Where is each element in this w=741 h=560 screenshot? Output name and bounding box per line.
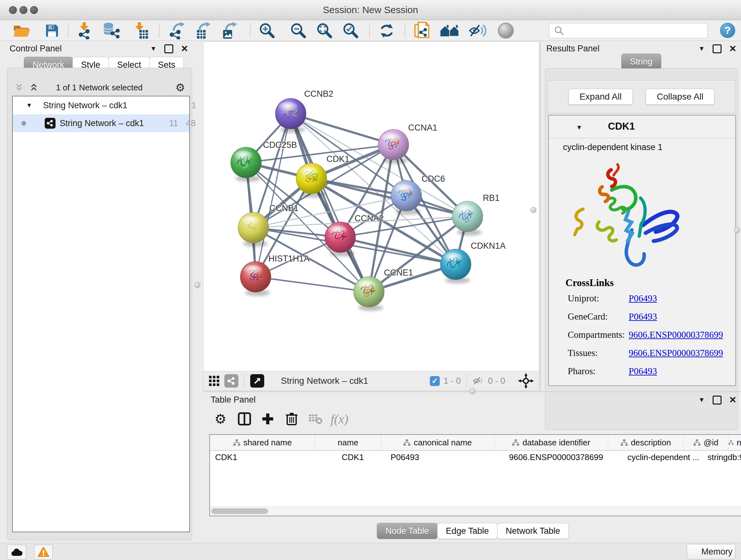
zoom-fit-button[interactable] [315,22,334,39]
node-ccne1[interactable]: CCNE1 [354,268,413,311]
panel-close-icon[interactable]: ✕ [729,44,737,54]
refresh-view-button[interactable] [378,22,396,39]
table-tab-node-table[interactable]: Node Table [377,523,437,539]
network-options-gear-icon[interactable]: ⚙ [176,82,185,93]
table-options-gear-icon[interactable]: ⚙ [214,411,226,427]
crosslink-link[interactable]: P06493 [629,366,657,376]
show-columns-icon[interactable] [238,411,252,427]
tab-string[interactable]: String [621,54,661,70]
column-header-shared-name[interactable]: shared name [210,435,315,450]
toolbar-separator [68,23,69,37]
panel-menu-icon[interactable]: ▼ [698,45,705,52]
table-cell[interactable]: CDK1 [320,451,386,463]
string-tab-label[interactable]: String [621,54,661,70]
help-button[interactable]: ? [720,23,735,38]
toolbar-separator [369,23,370,37]
create-column-icon[interactable] [261,411,274,427]
panel-float-icon[interactable] [713,44,722,53]
edge-ccnb2-hist1h1a[interactable] [256,114,291,277]
panel-float-icon[interactable] [713,395,722,405]
column-header--id[interactable]: @id [684,435,729,450]
column-header-canonical-name[interactable]: canonical name [381,435,495,450]
search-box[interactable] [549,23,708,38]
panel-menu-icon[interactable]: ▼ [698,396,705,403]
network-row-selected[interactable]: String Network – cdk1 11 48 [13,114,189,132]
search-input[interactable] [567,24,708,37]
network-graph[interactable]: CCNB2CCNA1CDC25BCDK1CDC6RB1CCNB1CCNA2CDK… [203,42,539,371]
table-tab-network-table[interactable]: Network Table [497,523,569,539]
edge-hist1h1a-ccne1[interactable] [256,277,369,292]
bottom-splitter-handle[interactable] [469,388,475,394]
tree-expand-icon[interactable]: ▼ [26,102,32,109]
zoom-selected-button[interactable] [341,22,360,39]
column-header-namespace[interactable]: namespace [729,435,741,450]
left-splitter-handle[interactable] [194,282,200,288]
table-row[interactable]: CDK1CDK1P064939606.ENSP00000378699cyclin… [210,451,741,463]
edge-ccnb2-ccna1[interactable] [291,114,394,145]
table-cell[interactable]: stringdb:9... [702,451,741,463]
grid-view-icon[interactable] [207,374,221,388]
inactive-eye-button[interactable] [496,22,515,39]
edge-ccnb2-ccne1[interactable] [291,114,369,292]
vertical-splitter[interactable] [540,42,541,391]
import-database-button[interactable] [100,22,121,39]
network-view-icon[interactable] [224,374,239,388]
export-image-button[interactable] [220,22,240,39]
panel-menu-icon[interactable]: ▼ [150,45,157,52]
function-builder-icon[interactable]: f(x) [331,411,348,427]
node-rb1[interactable]: RB1 [452,193,500,236]
control-panel-header: Control Panel ▼ ✕ [10,44,188,54]
table-cell[interactable]: P06493 [386,451,504,463]
warnings-button[interactable] [34,545,53,559]
home-button[interactable] [439,22,461,39]
right-splitter-handle[interactable] [530,207,536,213]
table-tab-edge-table[interactable]: Edge Table [437,523,497,539]
edge-splitter-handle[interactable] [734,227,740,233]
column-header-database-identifier[interactable]: database identifier [495,435,608,450]
import-network-button[interactable] [76,22,95,39]
column-type-icon [403,439,410,446]
open-in-new-window-icon[interactable] [250,374,264,388]
network-canvas[interactable]: CCNB2CCNA1CDC25BCDK1CDC6RB1CCNB1CCNA2CDK… [203,42,539,371]
expand-all-button[interactable]: Expand All [568,89,633,105]
birdseye-navigator-icon[interactable] [518,373,534,389]
panel-close-icon[interactable]: ✕ [729,395,737,405]
export-network-button[interactable] [168,22,188,39]
table-horizontal-scrollbar[interactable] [210,506,741,516]
table-cell[interactable]: 9606.ENSP00000378699 [504,451,622,463]
save-session-button[interactable] [44,22,61,39]
node-cdkn1a[interactable]: CDKN1A [441,241,506,284]
collapse-all-button[interactable]: Collapse All [646,89,715,105]
delete-column-icon[interactable] [285,411,298,427]
crosslink-link[interactable]: 9606.ENSP00000378699 [629,329,723,340]
export-table-button[interactable] [194,22,213,39]
node-label-rb1: RB1 [483,193,500,203]
table-cell[interactable]: CDK1 [210,451,320,463]
column-header-name[interactable]: name [315,435,381,450]
toggle-graphics-details-button[interactable] [468,22,488,39]
network-collection-label: String Network – cdk1 [43,101,127,111]
panel-float-icon[interactable] [164,44,173,53]
cloud-status-button[interactable] [7,545,26,559]
check-icon: ✓ [431,376,438,385]
import-table-button[interactable] [131,22,150,39]
duplicate-network-button[interactable] [413,22,432,39]
table-cell[interactable]: cyclin-dependent ... [622,451,702,463]
crosslink-link[interactable]: P06493 [629,311,657,322]
node-ccnb1[interactable]: CCNB1 [238,203,299,247]
node-hist1h1a[interactable]: HIST1H1A [240,254,310,296]
network-collection-row[interactable]: ▼ String Network – cdk1 1 [13,97,189,114]
column-header-description[interactable]: description [608,435,684,450]
panel-close-icon[interactable]: ✕ [181,44,188,54]
collapse-entry-icon[interactable]: ▼ [576,124,583,131]
zoom-in-button[interactable] [257,22,277,39]
delete-table-icon[interactable] [308,411,323,427]
open-session-button[interactable] [12,22,32,39]
selected-checkbox[interactable]: ✓ [430,376,440,386]
scrollbar-thumb[interactable] [211,508,268,514]
memory-status-button[interactable]: Memory [687,544,735,559]
crosslink-link[interactable]: P06493 [629,293,657,304]
zoom-out-button[interactable] [288,22,308,39]
crosslink-link[interactable]: 9606.ENSP00000378699 [629,348,723,358]
node-label-cdk1: CDK1 [327,154,349,164]
